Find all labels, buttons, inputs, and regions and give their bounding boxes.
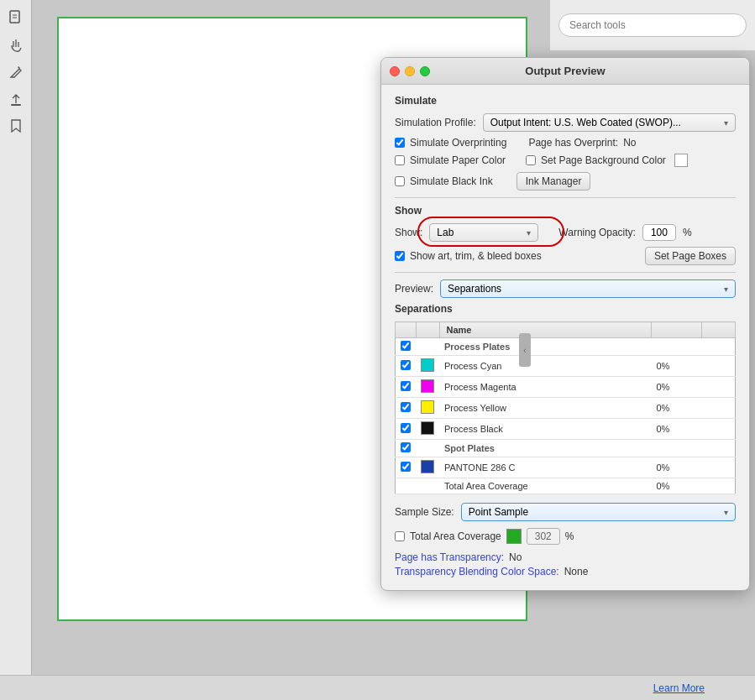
preview-value: Separations [448, 283, 501, 295]
search-tools-input[interactable] [558, 13, 747, 37]
sep-extra-cell [702, 440, 736, 457]
transparency-blending-row: Transparency Blending Color Space: None [395, 566, 736, 577]
tac-input[interactable] [527, 528, 560, 545]
bottom-info: Page has Transparency: No Transparency B… [395, 551, 736, 577]
table-row: Process Yellow0% [396, 398, 736, 419]
simulation-profile-dropdown[interactable]: Output Intent: U.S. Web Coated (SWOP)...… [483, 113, 736, 132]
bookmark-tool-icon[interactable] [6, 116, 26, 136]
collapse-panel-handle[interactable]: ‹ [519, 333, 531, 367]
page-transparency-label: Page has Transparency: [395, 551, 504, 563]
sample-size-dropdown[interactable]: Point Sample ▾ [461, 503, 736, 521]
output-preview-panel: Output Preview Simulate Simulation Profi… [380, 57, 750, 591]
sep-color-cell [416, 356, 439, 377]
sep-extra-cell [702, 457, 736, 478]
simulate-overprinting-row: Simulate Overprinting Page has Overprint… [395, 137, 736, 149]
sep-color-swatch [421, 400, 434, 414]
pencil-tool-icon[interactable] [6, 62, 26, 82]
sep-row-checkbox[interactable] [401, 402, 411, 412]
attach-tool-icon[interactable] [6, 89, 26, 109]
sep-row-checkbox[interactable] [401, 381, 411, 391]
sep-value-cell: 0% [652, 457, 702, 478]
sep-value-cell: 0% [652, 356, 702, 377]
warning-opacity-label: Warning Opacity: [558, 227, 636, 238]
transparency-blending-value: None [564, 566, 589, 577]
sep-name-cell: Process Magenta [439, 377, 652, 398]
sep-extra-cell [702, 338, 736, 356]
sep-color-cell [416, 398, 439, 419]
sep-name-cell: Process Cyan [439, 356, 652, 377]
preview-dropdown[interactable]: Separations ▾ [440, 279, 736, 298]
paper-color-row: Simulate Paper Color Set Page Background… [395, 154, 736, 167]
table-row: Total Area Coverage0% [396, 478, 736, 494]
total-area-coverage-row: Total Area Coverage % [395, 528, 736, 545]
sep-color-cell [416, 377, 439, 398]
simulation-profile-arrow: ▾ [724, 118, 728, 128]
sep-name-cell: Spot Plates [439, 440, 652, 457]
sep-value-cell [652, 338, 702, 356]
show-label: Show: [395, 227, 422, 238]
simulation-profile-label: Simulation Profile: [395, 117, 476, 128]
maximize-button[interactable] [420, 66, 430, 76]
table-row: Process Magenta0% [396, 377, 736, 398]
sep-group-checkbox[interactable] [401, 341, 411, 351]
table-row: Spot Plates [396, 440, 736, 457]
traffic-lights [390, 66, 430, 76]
sep-value-cell [652, 440, 702, 457]
close-button[interactable] [390, 66, 400, 76]
preview-row: Preview: Separations ▾ [395, 279, 736, 298]
tac-checkbox[interactable] [395, 531, 405, 541]
document-tool-icon[interactable] [6, 8, 26, 29]
sep-name-cell: Process Plates [439, 338, 652, 356]
set-page-background-checkbox[interactable] [526, 155, 536, 165]
sep-row-checkbox[interactable] [401, 360, 411, 370]
show-section-label: Show [395, 205, 736, 217]
minimize-button[interactable] [405, 66, 415, 76]
simulate-paper-color-checkbox[interactable] [395, 155, 405, 165]
table-row: Process Black0% [396, 419, 736, 440]
page-background-color-swatch[interactable] [674, 154, 688, 167]
sep-group-checkbox[interactable] [401, 442, 411, 452]
panel-titlebar: Output Preview [381, 58, 749, 85]
sep-extra-cell [702, 478, 736, 494]
learn-more-link[interactable]: Learn More [653, 682, 705, 694]
sep-value-cell: 0% [652, 398, 702, 419]
sep-color-cell [416, 440, 439, 457]
show-art-trim-row: Show art, trim, & bleed boxes Set Page B… [395, 247, 736, 265]
hand-tool-icon[interactable] [6, 35, 26, 55]
sep-color-swatch [421, 379, 434, 393]
simulate-overprinting-checkbox[interactable] [395, 138, 405, 148]
tac-color-swatch[interactable] [506, 529, 522, 544]
svg-rect-0 [10, 11, 19, 23]
black-ink-row: Simulate Black Ink Ink Manager [395, 172, 736, 191]
sep-color-swatch [421, 421, 434, 435]
show-art-trim-checkbox[interactable] [395, 251, 405, 261]
sep-color-cell [416, 338, 439, 356]
show-dropdown-container: Lab ▾ [429, 223, 538, 242]
ink-manager-button[interactable]: Ink Manager [516, 172, 591, 191]
show-dropdown[interactable]: Lab ▾ [429, 223, 538, 242]
sep-color-cell [416, 478, 439, 494]
sep-row-checkbox[interactable] [401, 462, 411, 472]
table-row: Process Cyan0% [396, 356, 736, 377]
col-checkbox-header [396, 322, 417, 338]
page-has-overprint-value: No [623, 137, 636, 149]
set-page-boxes-button[interactable]: Set Page Boxes [645, 247, 736, 265]
simulate-overprinting-label: Simulate Overprinting [410, 137, 506, 149]
show-row: Show: Lab ▾ Warning Opacity: % [395, 223, 736, 242]
col-swatch-header [416, 322, 439, 338]
divider-2 [395, 272, 736, 273]
simulate-black-ink-label: Simulate Black Ink [410, 175, 493, 187]
sep-name-cell: Process Black [439, 419, 652, 440]
simulate-section-label: Simulate [395, 95, 736, 107]
sep-name-cell: PANTONE 286 C [439, 457, 652, 478]
panel-title: Output Preview [525, 65, 605, 77]
simulate-black-ink-checkbox[interactable] [395, 176, 405, 186]
sep-row-checkbox[interactable] [401, 423, 411, 433]
simulation-profile-row: Simulation Profile: Output Intent: U.S. … [395, 113, 736, 132]
col-value-header [652, 322, 702, 338]
warning-opacity-input[interactable] [642, 224, 676, 241]
sep-extra-cell [702, 398, 736, 419]
warning-opacity-unit: % [683, 227, 692, 238]
show-art-trim-label: Show art, trim, & bleed boxes [410, 250, 542, 262]
sep-extra-cell [702, 356, 736, 377]
